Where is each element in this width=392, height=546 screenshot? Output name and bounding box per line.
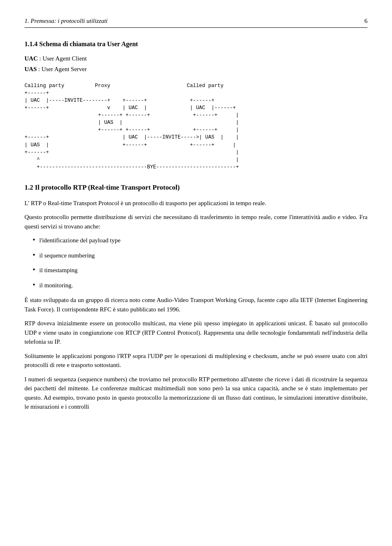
section-1-2-para4: RTP doveva inizialmente essere un protoc… xyxy=(24,319,368,347)
bullet-text: il timestamping xyxy=(39,266,78,275)
page-number: 6 xyxy=(365,16,368,26)
section-1-1-4-heading: 1.1.4 Schema di chiamata tra User Agent xyxy=(24,39,368,49)
bullet-list: • l'identificazione del payload type • i… xyxy=(33,236,368,290)
uas-colon-text: : User Agent Server xyxy=(37,66,87,72)
bullet-icon: • xyxy=(33,266,35,273)
uac-term: UAC xyxy=(24,55,38,62)
section-1-2-para2: Questo protocollo permette distribuzione… xyxy=(24,213,368,231)
uac-definition: UAC : User Agent Client xyxy=(24,54,368,63)
section-1-2-para3: È stato sviluppato da un gruppo di ricer… xyxy=(24,295,368,314)
list-item: • l'identificazione del payload type xyxy=(33,236,368,245)
bullet-icon: • xyxy=(33,251,35,259)
uas-definition: UAS : User Agent Server xyxy=(24,65,368,74)
bullet-text: l'identificazione del payload type xyxy=(39,236,120,245)
bullet-text: il sequence numbering xyxy=(39,251,95,260)
section-1-2-para5: Solitamente le applicazioni pongono l'RT… xyxy=(24,351,368,370)
page-header: 1. Premessa: i protocolli utilizzati 6 xyxy=(24,16,368,28)
bullet-icon: • xyxy=(33,236,35,244)
list-item: • il monitoring. xyxy=(33,281,368,290)
call-diagram: Calling party Proxy Called party +------… xyxy=(24,82,368,171)
header-title: 1. Premessa: i protocolli utilizzati xyxy=(24,16,107,26)
section-1-2-heading: 1.2 Il protocollo RTP (Real-time Transpo… xyxy=(24,182,368,193)
list-item: • il timestamping xyxy=(33,266,368,275)
uas-term: UAS xyxy=(24,66,37,72)
list-item: • il sequence numbering xyxy=(33,251,368,260)
uac-colon-text: : User Agent Client xyxy=(38,55,87,62)
section-1-2-para1: L' RTP o Real-time Transport Protocol è … xyxy=(24,199,368,208)
bullet-text: il monitoring. xyxy=(39,281,73,290)
bullet-icon: • xyxy=(33,281,35,289)
section-1-2-para6: I numeri di sequenza (sequence numbers) … xyxy=(24,375,368,412)
